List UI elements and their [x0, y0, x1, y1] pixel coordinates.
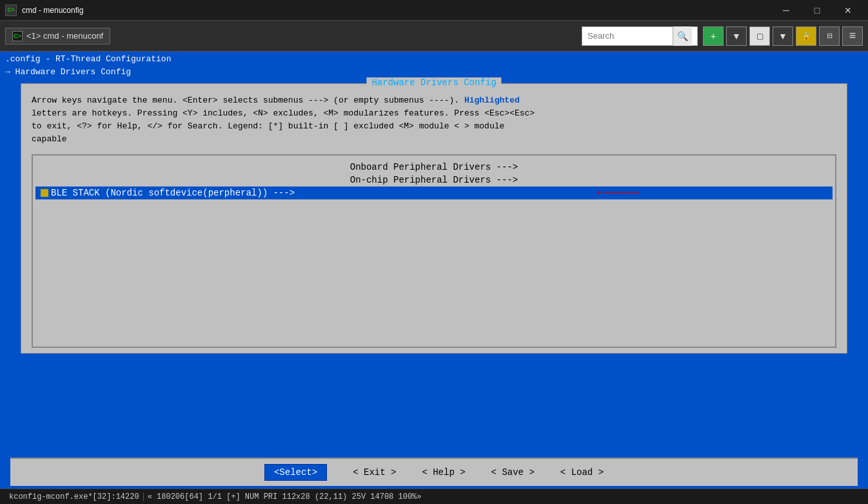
pressing-label: Pressing	[137, 108, 177, 118]
list-item-selected[interactable]: BLE STACK (Nordic softdevice(perpheral))…	[35, 186, 833, 199]
config-line-1: .config - RT-Thread Configuration	[5, 53, 863, 66]
search-icon: 🔍	[677, 31, 688, 41]
search-input[interactable]	[582, 27, 673, 45]
split-button[interactable]: ⊟	[819, 26, 840, 46]
help-line2-part1: letters are hotkeys.	[32, 108, 137, 118]
help-line4: capable	[32, 134, 67, 144]
exit-label[interactable]: < Exit >	[353, 467, 396, 478]
panel-title: Hardware Drivers Config	[366, 77, 501, 88]
help-label-text: < Help >	[422, 467, 465, 478]
help-line3: to exit, <?> for Help, </> for Search. L…	[32, 121, 504, 131]
add-button[interactable]: +	[703, 26, 724, 46]
select-button[interactable]: <Select>	[264, 464, 327, 481]
window-content: .config - RT-Thread Configuration → Hard…	[0, 52, 868, 489]
save-label[interactable]: < Save >	[491, 467, 535, 478]
monitor-dropdown-button[interactable]: ▼	[773, 26, 793, 46]
selected-indicator	[41, 189, 48, 197]
lock-button[interactable]: 🔒	[796, 26, 816, 46]
split-icon: ⊟	[827, 32, 833, 40]
help-line2-part2: <Y> includes, <N> excludes, <M> modulari…	[177, 108, 454, 118]
app-icon-text: C>	[8, 7, 15, 14]
search-box[interactable]: 🔍	[582, 26, 698, 46]
help-line2-part3: <Esc><Esc>	[479, 108, 535, 118]
menu-item-label-3: BLE STACK (Nordic softdevice(perpheral))…	[51, 188, 295, 198]
status-left: kconfig-mconf.exe*[32]:14220	[5, 492, 144, 501]
status-bar: kconfig-mconf.exe*[32]:14220 « 180206[64…	[0, 489, 868, 504]
menu-list-box: Onboard Peripheral Drivers ---> On-chip …	[32, 154, 836, 348]
add-dropdown-button[interactable]: ▼	[726, 26, 747, 46]
monitor-button[interactable]: ▢	[749, 26, 770, 46]
inner-panel-wrapper: Hardware Drivers Config Arrow keys navig…	[10, 81, 858, 456]
load-label[interactable]: < Load >	[560, 467, 604, 478]
window-controls: ─ □ ✕	[771, 0, 863, 21]
bottom-bar: <Select> < Exit > < Help > < Save > < Lo…	[10, 458, 858, 486]
config-breadcrumb: .config - RT-Thread Configuration → Hard…	[0, 52, 868, 79]
help-label[interactable]: < Help >	[422, 467, 465, 478]
lock-icon: 🔒	[802, 32, 811, 41]
menu-item-label-2: On-chip Peripheral Drivers --->	[350, 175, 518, 185]
monitor-icon: ▢	[756, 32, 764, 41]
plus-icon: +	[711, 31, 716, 41]
red-arrow-icon: ←————	[597, 186, 639, 200]
help-text: Arrow keys navigate the menu. <Enter> se…	[32, 94, 836, 146]
help-text-line: Arrow keys navigate the menu. <Enter> se…	[32, 96, 464, 105]
press-label: Press	[454, 108, 479, 118]
config-line-2: → Hardware Drivers Config	[5, 66, 863, 79]
toolbar-actions: + ▼ ▢ ▼ 🔒 ⊟ ≡	[703, 26, 863, 46]
menu-item-label-1: Onboard Peripheral Drivers --->	[350, 162, 518, 172]
select-button-label: <Select>	[274, 467, 317, 478]
chevron-down-icon: ▼	[732, 31, 741, 41]
load-label-text: < Load >	[560, 467, 604, 478]
search-button[interactable]: 🔍	[673, 26, 692, 46]
title-bar: C> cmd - menuconfig ─ □ ✕	[0, 0, 868, 21]
list-item[interactable]: Onboard Peripheral Drivers --->	[35, 161, 833, 174]
window-title: cmd - menuconfig	[22, 6, 83, 15]
monitor-chevron-icon: ▼	[778, 31, 787, 41]
menuconfig-panel: Hardware Drivers Config Arrow keys navig…	[21, 83, 847, 354]
minimize-button[interactable]: ─	[771, 0, 801, 21]
close-button[interactable]: ✕	[833, 0, 863, 21]
menu-button[interactable]: ≡	[842, 26, 863, 46]
hamburger-icon: ≡	[849, 29, 856, 43]
save-label-text: < Save >	[491, 467, 535, 478]
terminal-tab-label: <1> cmd - menuconf	[26, 31, 103, 41]
terminal-tab[interactable]: C> <1> cmd - menuconf	[5, 28, 110, 45]
maximize-button[interactable]: □	[802, 0, 832, 21]
status-center: « 180206[64] 1/1 [+] NUM PRI 112x28 (22,…	[144, 492, 863, 501]
toolbar: C> <1> cmd - menuconf 🔍 + ▼ ▢ ▼ 🔒 ⊟ ≡	[0, 21, 868, 52]
exit-label-text: < Exit >	[353, 467, 396, 478]
app-icon: C>	[5, 5, 17, 16]
title-bar-left: C> cmd - menuconfig	[5, 5, 83, 16]
terminal-tab-icon: C>	[12, 31, 23, 41]
list-item[interactable]: On-chip Peripheral Drivers --->	[35, 174, 833, 186]
highlighted-label: Highlighted	[464, 96, 520, 105]
